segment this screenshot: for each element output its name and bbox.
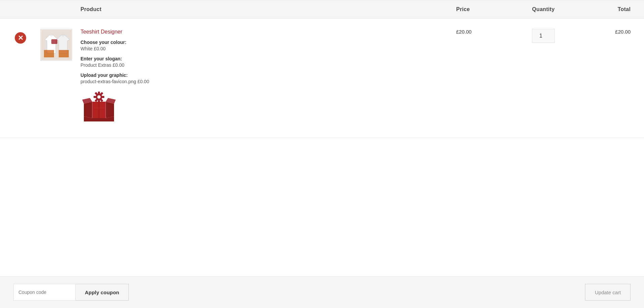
svg-rect-10: [94, 96, 96, 98]
cart-footer: Apply coupon Update cart: [0, 276, 644, 308]
product-thumbnail: [40, 29, 72, 61]
svg-marker-17: [106, 102, 114, 118]
svg-rect-5: [59, 50, 69, 57]
coupon-section: Apply coupon: [13, 284, 129, 301]
col-total-cell: £20.00: [577, 29, 631, 35]
attr-graphic-value: product-extras-favicon.png £0.00: [80, 79, 149, 84]
svg-rect-3: [51, 39, 57, 44]
col-thumbnail-cell: [40, 29, 80, 61]
coupon-code-input[interactable]: [13, 284, 75, 301]
cart-item-row: ✕: [0, 19, 644, 138]
col-product-cell: Teeshirt Designer Choose your colour: Wh…: [80, 29, 456, 127]
attr-slogan-value: Product Extras £0.00: [80, 62, 124, 68]
attr-slogan-label: Enter your slogan:: [80, 56, 456, 61]
tshirt-image: [41, 30, 71, 60]
item-total: £20.00: [615, 28, 631, 35]
col-remove-cell: ✕: [13, 29, 40, 45]
svg-rect-8: [98, 92, 100, 94]
item-price: £20.00: [456, 28, 472, 35]
product-box-icon: [80, 90, 117, 126]
remove-item-button[interactable]: ✕: [13, 31, 28, 45]
product-attr-slogan: Enter your slogan: Product Extras £0.00: [80, 56, 456, 68]
attr-colour-value: White £0.00: [80, 46, 106, 51]
col-total-header: Total: [577, 6, 631, 12]
svg-rect-4: [44, 50, 54, 57]
col-price-header: Price: [456, 6, 510, 12]
remove-icon: ✕: [15, 32, 26, 44]
product-attr-graphic: Upload your graphic: product-extras-favi…: [80, 72, 456, 84]
col-quantity-cell: [510, 29, 577, 43]
col-product-header: Product: [80, 6, 456, 12]
svg-rect-11: [102, 96, 104, 98]
product-icon-wrapper: [80, 90, 456, 127]
svg-marker-16: [84, 102, 92, 118]
product-name-link[interactable]: Teeshirt Designer: [80, 29, 456, 35]
cart-table-header: Product Price Quantity Total: [0, 0, 644, 19]
quantity-input[interactable]: [532, 29, 555, 43]
apply-coupon-button[interactable]: Apply coupon: [75, 284, 129, 301]
product-attr-colour: Choose your colour: White £0.00: [80, 40, 456, 51]
update-cart-button[interactable]: Update cart: [585, 284, 631, 301]
cart-page: Product Price Quantity Total ✕: [0, 0, 644, 308]
col-price-cell: £20.00: [456, 29, 510, 35]
cart-spacer: [0, 138, 644, 276]
attr-graphic-label: Upload your graphic:: [80, 72, 456, 78]
col-quantity-header: Quantity: [510, 6, 577, 12]
attr-colour-label: Choose your colour:: [80, 40, 456, 45]
svg-point-7: [97, 95, 101, 99]
